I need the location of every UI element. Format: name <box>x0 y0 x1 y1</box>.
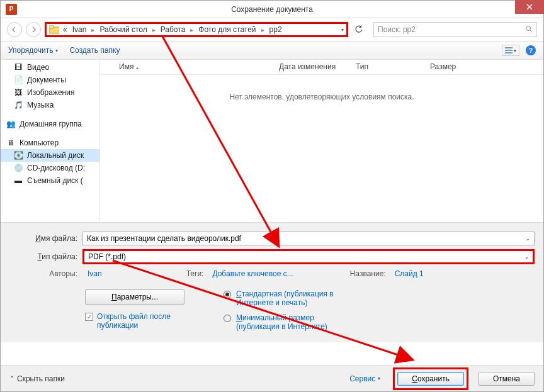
breadcrumb-prefix: « <box>62 25 69 34</box>
tags-label: Теги: <box>186 269 208 278</box>
filename-value: Как из презентации сделать видеоролик.pd… <box>87 234 241 243</box>
organize-button[interactable]: Упорядочить ▾ <box>8 46 58 55</box>
breadcrumb-item[interactable]: Ivan <box>71 25 88 34</box>
authors-label: Авторы: <box>9 269 82 278</box>
save-button[interactable]: СохранитьСохранить <box>397 372 464 386</box>
chevron-down-icon: ▾ <box>378 376 380 381</box>
title-label: Название: <box>350 269 390 278</box>
search-icon <box>525 25 533 35</box>
title-value[interactable]: Слайд 1 <box>395 269 424 278</box>
svg-rect-6 <box>505 47 513 48</box>
sidebar-item-documents[interactable]: 📄Документы <box>1 74 99 86</box>
folder-icon <box>49 25 59 34</box>
tools-dropdown[interactable]: Сервис ▾ <box>349 374 380 383</box>
sidebar: 🎞Видео 📄Документы 🖼Изображения 🎵Музыка 👥… <box>1 60 100 222</box>
cancel-button[interactable]: Отмена <box>479 372 535 386</box>
back-button[interactable] <box>7 22 22 37</box>
open-after-label[interactable]: Открыть файл после публикации <box>97 312 191 330</box>
sidebar-item-removable[interactable]: ▬Съемный диск ( <box>1 174 99 187</box>
help-icon[interactable]: ? <box>526 45 536 55</box>
open-after-checkbox[interactable] <box>85 313 93 321</box>
chevron-right-icon: ▸ <box>189 26 195 33</box>
sidebar-item-local-disk[interactable]: 💽Локальный диск <box>1 149 99 162</box>
chevron-down-icon[interactable]: ⌄ <box>526 236 530 242</box>
breadcrumb-bar[interactable]: « Ivan▸ Рабочий стол▸ Работа▸ Фото для с… <box>45 22 348 37</box>
empty-list-message: Нет элементов, удовлетворяющих условиям … <box>100 92 543 101</box>
search-placeholder: Поиск: pp2 <box>378 25 416 34</box>
chevron-right-icon: ▸ <box>90 26 96 33</box>
chevron-up-icon: ⌃ <box>9 375 14 382</box>
close-button[interactable] <box>515 0 544 14</box>
breadcrumb-item[interactable]: Фото для статей <box>197 25 257 34</box>
chevron-down-icon: ▾ <box>55 48 58 53</box>
svg-line-5 <box>530 30 532 32</box>
column-name[interactable]: Имя ▴ <box>100 60 274 74</box>
music-icon: 🎵 <box>13 100 23 110</box>
computer-icon: 🖥 <box>6 138 16 148</box>
filetype-label: Тип файла:Тип файла: <box>9 252 82 261</box>
authors-value[interactable]: Ivan <box>88 269 102 278</box>
search-input[interactable]: Поиск: pp2 <box>373 22 537 37</box>
opt-minimal-radio[interactable] <box>224 315 231 322</box>
svg-point-4 <box>526 26 531 30</box>
new-folder-button[interactable]: Создать папку <box>69 46 120 55</box>
refresh-button[interactable] <box>352 23 366 36</box>
chevron-down-icon: ▾ <box>514 48 516 53</box>
column-date[interactable]: Дата изменения <box>274 60 351 74</box>
column-size[interactable]: Размер <box>425 60 475 74</box>
sidebar-item-homegroup[interactable]: 👥Домашняя группа <box>1 118 99 130</box>
sidebar-item-videos[interactable]: 🎞Видео <box>1 61 99 74</box>
removable-icon: ▬ <box>13 176 23 186</box>
window-title: Сохранение документа <box>1 5 543 14</box>
sidebar-item-computer[interactable]: 🖥Компьютер <box>1 137 99 149</box>
view-options-button[interactable]: ▾ <box>502 45 519 56</box>
filename-input[interactable]: Как из презентации сделать видеоролик.pd… <box>82 232 535 245</box>
chevron-down-icon[interactable]: ⌄ <box>524 254 529 260</box>
breadcrumb-item[interactable]: pp2 <box>268 25 283 34</box>
hide-folders-toggle[interactable]: ⌃ Скрыть папки <box>9 374 65 383</box>
forward-button[interactable] <box>26 22 41 37</box>
tags-value[interactable]: Добавьте ключевое с... <box>212 269 293 278</box>
sidebar-item-cd-drive[interactable]: 💿CD-дисковод (D: <box>1 162 99 174</box>
cd-icon: 💿 <box>13 163 23 173</box>
video-icon: 🎞 <box>13 62 23 72</box>
sidebar-item-images[interactable]: 🖼Изображения <box>1 86 99 99</box>
column-type[interactable]: Тип <box>351 60 425 74</box>
disk-icon: 💽 <box>13 150 23 160</box>
document-icon: 📄 <box>13 75 23 85</box>
sidebar-item-music[interactable]: 🎵Музыка <box>1 99 99 111</box>
chevron-right-icon: ▸ <box>151 26 157 33</box>
breadcrumb-item[interactable]: Рабочий стол <box>98 25 148 34</box>
svg-rect-3 <box>49 26 54 28</box>
svg-rect-7 <box>505 50 513 51</box>
parameters-button[interactable]: Параметры...Параметры... <box>85 289 184 305</box>
opt-standard-radio[interactable] <box>224 291 231 298</box>
chevron-down-icon[interactable]: ▾ <box>341 27 344 33</box>
file-list[interactable]: Имя ▴ Дата изменения Тип Размер Нет элем… <box>100 60 543 222</box>
filetype-combo[interactable]: PDF (*.pdf) ⌄ <box>82 249 535 264</box>
filename-label: ИИмя файла:мя файла: <box>9 234 82 243</box>
opt-minimal-label[interactable]: Минимальный размер (публикация в Интерне… <box>236 313 343 331</box>
opt-standard-label[interactable]: Стандартная (публикация в Интернете и пе… <box>236 289 343 307</box>
filetype-value: PDF (*.pdf) <box>88 252 126 261</box>
homegroup-icon: 👥 <box>6 119 16 129</box>
image-icon: 🖼 <box>13 87 23 98</box>
chevron-right-icon: ▸ <box>260 26 266 33</box>
breadcrumb-item[interactable]: Работа <box>159 25 187 34</box>
svg-rect-8 <box>505 52 513 53</box>
